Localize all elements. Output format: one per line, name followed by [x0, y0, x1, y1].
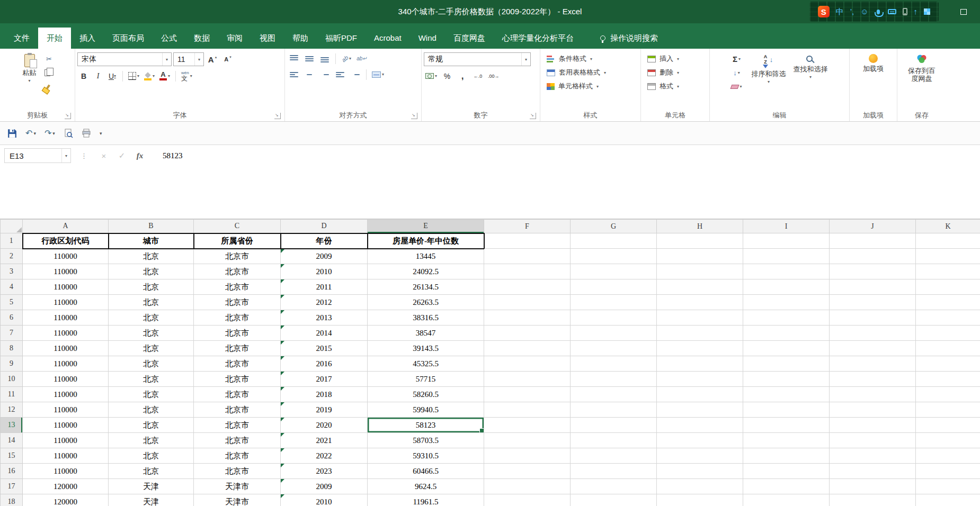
cell-A7[interactable]: 110000: [23, 326, 109, 341]
format-painter-button[interactable]: [42, 80, 56, 93]
cell-I3[interactable]: [743, 264, 830, 279]
cell-C17[interactable]: 天津市: [194, 479, 281, 494]
cell-E1[interactable]: 房屋单价-年中位数: [368, 233, 484, 249]
cell-E7[interactable]: 38547: [368, 326, 484, 341]
cell-A6[interactable]: 110000: [23, 310, 109, 326]
cell-B1[interactable]: 城市: [109, 233, 194, 249]
formula-bar-resize-handle[interactable]: ⋮: [81, 152, 87, 160]
cell-A12[interactable]: 110000: [23, 402, 109, 418]
top-align-button[interactable]: [287, 52, 301, 65]
cell-G18[interactable]: [571, 494, 657, 506]
cell-J9[interactable]: [830, 356, 916, 372]
delete-cells-button[interactable]: 删除▾: [643, 66, 707, 79]
decrease-decimal-button[interactable]: .00→: [486, 70, 501, 82]
cell-F18[interactable]: [484, 494, 571, 506]
cell-E16[interactable]: 60466.5: [368, 464, 484, 479]
cell-A14[interactable]: 110000: [23, 433, 109, 448]
cell-J3[interactable]: [830, 264, 916, 279]
cell-F10[interactable]: [484, 372, 571, 387]
cell-K3[interactable]: [916, 264, 980, 279]
cell-H10[interactable]: [657, 372, 743, 387]
cell-K13[interactable]: [916, 418, 980, 433]
addins-button[interactable]: 加载项: [859, 51, 888, 74]
column-header-D[interactable]: D: [281, 220, 368, 233]
increase-indent-button[interactable]: [349, 68, 362, 80]
row-header-11[interactable]: 11: [1, 387, 23, 402]
cell-C13[interactable]: 北京市: [194, 418, 281, 433]
cell-J12[interactable]: [830, 402, 916, 418]
cell-H9[interactable]: [657, 356, 743, 372]
cell-C8[interactable]: 北京市: [194, 341, 281, 356]
cell-G6[interactable]: [571, 310, 657, 326]
cell-H2[interactable]: [657, 249, 743, 264]
cell-F4[interactable]: [484, 279, 571, 295]
cell-H16[interactable]: [657, 464, 743, 479]
cell-B4[interactable]: 北京: [109, 279, 194, 295]
font-size-combo[interactable]: 11 ▾: [173, 52, 204, 66]
cell-I11[interactable]: [743, 387, 830, 402]
cell-B6[interactable]: 北京: [109, 310, 194, 326]
cell-I13[interactable]: [743, 418, 830, 433]
column-header-H[interactable]: H: [657, 220, 743, 233]
cell-F5[interactable]: [484, 295, 571, 310]
cell-B3[interactable]: 北京: [109, 264, 194, 279]
cell-H15[interactable]: [657, 448, 743, 464]
cell-F3[interactable]: [484, 264, 571, 279]
cell-J6[interactable]: [830, 310, 916, 326]
align-left-button[interactable]: [287, 68, 301, 80]
row-header-12[interactable]: 12: [1, 402, 23, 418]
cell-H3[interactable]: [657, 264, 743, 279]
row-header-1[interactable]: 1: [1, 233, 23, 249]
cell-K7[interactable]: [916, 326, 980, 341]
cell-B17[interactable]: 天津: [109, 479, 194, 494]
orientation-button[interactable]: ab▾: [340, 52, 353, 65]
cell-B7[interactable]: 北京: [109, 326, 194, 341]
cell-F8[interactable]: [484, 341, 571, 356]
copy-button[interactable]: ▾: [42, 67, 56, 79]
sogou-logo-icon[interactable]: S: [818, 6, 830, 17]
column-header-G[interactable]: G: [571, 220, 657, 233]
comma-style-button[interactable]: ,: [456, 70, 469, 82]
cell-E4[interactable]: 26134.5: [368, 279, 484, 295]
keyboard-icon[interactable]: [888, 9, 896, 14]
tab-视图[interactable]: 视图: [251, 28, 284, 49]
cell-G14[interactable]: [571, 433, 657, 448]
cell-K8[interactable]: [916, 341, 980, 356]
cell-F1[interactable]: [484, 233, 571, 249]
cell-K14[interactable]: [916, 433, 980, 448]
skin-icon[interactable]: ↑: [914, 6, 918, 17]
sort-filter-button[interactable]: A ↓ Z 排序和筛选 ▾: [748, 51, 790, 85]
cell-G3[interactable]: [571, 264, 657, 279]
cell-B2[interactable]: 北京: [109, 249, 194, 264]
tab-Wind[interactable]: Wind: [410, 28, 445, 49]
cell-K15[interactable]: [916, 448, 980, 464]
cell-G10[interactable]: [571, 372, 657, 387]
cell-K6[interactable]: [916, 310, 980, 326]
cell-F12[interactable]: [484, 402, 571, 418]
cell-D6[interactable]: 2013: [281, 310, 368, 326]
cell-J1[interactable]: [830, 233, 916, 249]
cell-B15[interactable]: 北京: [109, 448, 194, 464]
cell-A8[interactable]: 110000: [23, 341, 109, 356]
apps-grid-icon[interactable]: [924, 8, 930, 15]
cut-button[interactable]: ✂: [42, 53, 56, 65]
cell-C4[interactable]: 北京市: [194, 279, 281, 295]
cell-D13[interactable]: 2020: [281, 418, 368, 433]
insert-function-button[interactable]: fx: [131, 151, 149, 160]
cell-G7[interactable]: [571, 326, 657, 341]
name-box[interactable]: E13 ▾: [4, 148, 71, 163]
cell-J10[interactable]: [830, 372, 916, 387]
insert-cells-button[interactable]: 插入▾: [643, 52, 707, 65]
cell-H8[interactable]: [657, 341, 743, 356]
punctuation-icon[interactable]: ’,: [850, 6, 854, 17]
align-right-button[interactable]: [318, 68, 332, 80]
cell-B9[interactable]: 北京: [109, 356, 194, 372]
phonetic-guide-button[interactable]: wén 文 ▾: [180, 70, 194, 82]
cell-B5[interactable]: 北京: [109, 295, 194, 310]
cell-H12[interactable]: [657, 402, 743, 418]
borders-button[interactable]: ▾: [127, 70, 141, 82]
cell-K5[interactable]: [916, 295, 980, 310]
tab-心理学量化分析平台[interactable]: 心理学量化分析平台: [494, 28, 582, 49]
row-header-10[interactable]: 10: [1, 372, 23, 387]
column-header-C[interactable]: C: [194, 220, 281, 233]
